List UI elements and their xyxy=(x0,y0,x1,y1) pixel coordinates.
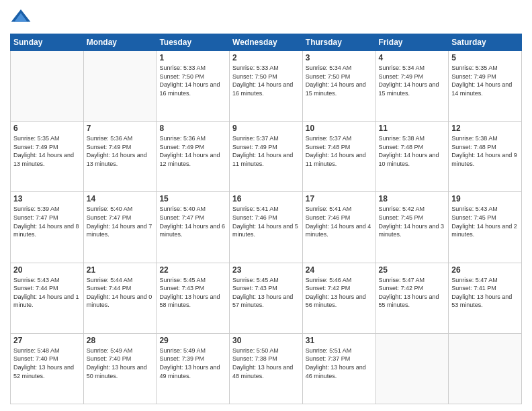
calendar-cell: 10Sunrise: 5:37 AM Sunset: 7:48 PM Dayli… xyxy=(302,122,375,192)
day-info: Sunrise: 5:44 AM Sunset: 7:44 PM Dayligh… xyxy=(87,276,154,310)
calendar-cell: 2Sunrise: 5:33 AM Sunset: 7:50 PM Daylig… xyxy=(230,51,303,122)
day-number: 17 xyxy=(306,194,373,203)
calendar-cell: 30Sunrise: 5:50 AM Sunset: 7:38 PM Dayli… xyxy=(230,333,303,404)
calendar-header-thursday: Thursday xyxy=(302,34,375,51)
day-info: Sunrise: 5:43 AM Sunset: 7:45 PM Dayligh… xyxy=(451,205,519,238)
day-info: Sunrise: 5:49 AM Sunset: 7:40 PM Dayligh… xyxy=(87,347,154,380)
calendar-cell: 13Sunrise: 5:39 AM Sunset: 7:47 PM Dayli… xyxy=(11,192,84,263)
day-info: Sunrise: 5:40 AM Sunset: 7:47 PM Dayligh… xyxy=(87,205,154,238)
day-number: 3 xyxy=(306,53,373,62)
day-info: Sunrise: 5:37 AM Sunset: 7:48 PM Dayligh… xyxy=(306,134,373,168)
day-number: 4 xyxy=(379,53,446,62)
day-number: 2 xyxy=(232,53,300,62)
day-info: Sunrise: 5:49 AM Sunset: 7:39 PM Dayligh… xyxy=(159,347,226,380)
calendar-week-4: 20Sunrise: 5:43 AM Sunset: 7:44 PM Dayli… xyxy=(11,263,522,333)
day-number: 11 xyxy=(379,124,446,133)
calendar-cell xyxy=(375,333,449,404)
calendar-cell: 25Sunrise: 5:47 AM Sunset: 7:42 PM Dayli… xyxy=(375,263,449,333)
day-number: 25 xyxy=(379,265,446,275)
calendar-header-row: SundayMondayTuesdayWednesdayThursdayFrid… xyxy=(11,34,522,51)
page: SundayMondayTuesdayWednesdayThursdayFrid… xyxy=(0,0,532,411)
day-info: Sunrise: 5:47 AM Sunset: 7:42 PM Dayligh… xyxy=(379,276,446,310)
calendar-cell: 1Sunrise: 5:33 AM Sunset: 7:50 PM Daylig… xyxy=(157,51,230,122)
day-number: 19 xyxy=(451,194,519,203)
calendar-header-saturday: Saturday xyxy=(449,34,522,51)
calendar-header-monday: Monday xyxy=(83,34,157,51)
day-info: Sunrise: 5:48 AM Sunset: 7:40 PM Dayligh… xyxy=(13,347,81,380)
day-number: 1 xyxy=(159,53,226,62)
calendar-cell: 14Sunrise: 5:40 AM Sunset: 7:47 PM Dayli… xyxy=(83,192,157,263)
day-info: Sunrise: 5:33 AM Sunset: 7:50 PM Dayligh… xyxy=(232,64,300,97)
day-number: 22 xyxy=(159,265,226,275)
calendar-cell: 20Sunrise: 5:43 AM Sunset: 7:44 PM Dayli… xyxy=(11,263,84,333)
day-info: Sunrise: 5:34 AM Sunset: 7:49 PM Dayligh… xyxy=(379,64,446,97)
calendar-header-tuesday: Tuesday xyxy=(157,34,230,51)
calendar-cell xyxy=(83,51,157,122)
calendar-cell: 11Sunrise: 5:38 AM Sunset: 7:48 PM Dayli… xyxy=(375,122,449,192)
day-number: 23 xyxy=(232,265,300,275)
day-info: Sunrise: 5:36 AM Sunset: 7:49 PM Dayligh… xyxy=(87,134,154,168)
day-number: 20 xyxy=(13,265,81,275)
day-number: 10 xyxy=(306,124,373,133)
day-info: Sunrise: 5:45 AM Sunset: 7:43 PM Dayligh… xyxy=(159,276,226,310)
day-info: Sunrise: 5:41 AM Sunset: 7:46 PM Dayligh… xyxy=(306,205,373,238)
day-number: 16 xyxy=(232,194,300,203)
calendar-cell: 16Sunrise: 5:41 AM Sunset: 7:46 PM Dayli… xyxy=(230,192,303,263)
calendar-cell: 23Sunrise: 5:45 AM Sunset: 7:43 PM Dayli… xyxy=(230,263,303,333)
day-number: 15 xyxy=(159,194,226,203)
day-info: Sunrise: 5:35 AM Sunset: 7:49 PM Dayligh… xyxy=(13,134,81,168)
calendar-cell: 21Sunrise: 5:44 AM Sunset: 7:44 PM Dayli… xyxy=(83,263,157,333)
day-number: 21 xyxy=(87,265,154,275)
day-info: Sunrise: 5:38 AM Sunset: 7:48 PM Dayligh… xyxy=(379,134,446,168)
calendar-cell: 6Sunrise: 5:35 AM Sunset: 7:49 PM Daylig… xyxy=(11,122,84,192)
day-number: 6 xyxy=(13,124,81,133)
calendar-cell: 15Sunrise: 5:40 AM Sunset: 7:47 PM Dayli… xyxy=(157,192,230,263)
day-info: Sunrise: 5:41 AM Sunset: 7:46 PM Dayligh… xyxy=(232,205,300,238)
calendar-cell: 12Sunrise: 5:38 AM Sunset: 7:48 PM Dayli… xyxy=(449,122,522,192)
day-number: 5 xyxy=(451,53,519,62)
day-info: Sunrise: 5:50 AM Sunset: 7:38 PM Dayligh… xyxy=(232,347,300,380)
day-info: Sunrise: 5:51 AM Sunset: 7:37 PM Dayligh… xyxy=(306,347,373,380)
calendar-header-sunday: Sunday xyxy=(11,34,84,51)
calendar-cell: 26Sunrise: 5:47 AM Sunset: 7:41 PM Dayli… xyxy=(449,263,522,333)
day-info: Sunrise: 5:36 AM Sunset: 7:49 PM Dayligh… xyxy=(159,134,226,168)
day-number: 30 xyxy=(232,336,300,345)
day-number: 7 xyxy=(87,124,154,133)
calendar-cell: 31Sunrise: 5:51 AM Sunset: 7:37 PM Dayli… xyxy=(302,333,375,404)
calendar-cell xyxy=(449,333,522,404)
logo-icon xyxy=(10,7,32,28)
calendar-header-friday: Friday xyxy=(375,34,449,51)
day-number: 26 xyxy=(451,265,519,275)
calendar-table: SundayMondayTuesdayWednesdayThursdayFrid… xyxy=(10,34,522,404)
calendar-week-2: 6Sunrise: 5:35 AM Sunset: 7:49 PM Daylig… xyxy=(11,122,522,192)
calendar-cell: 22Sunrise: 5:45 AM Sunset: 7:43 PM Dayli… xyxy=(157,263,230,333)
calendar-cell: 28Sunrise: 5:49 AM Sunset: 7:40 PM Dayli… xyxy=(83,333,157,404)
day-number: 14 xyxy=(87,194,154,203)
calendar-week-1: 1Sunrise: 5:33 AM Sunset: 7:50 PM Daylig… xyxy=(11,51,522,122)
day-info: Sunrise: 5:33 AM Sunset: 7:50 PM Dayligh… xyxy=(159,64,226,97)
calendar-header-wednesday: Wednesday xyxy=(230,34,303,51)
day-info: Sunrise: 5:47 AM Sunset: 7:41 PM Dayligh… xyxy=(451,276,519,310)
calendar-week-5: 27Sunrise: 5:48 AM Sunset: 7:40 PM Dayli… xyxy=(11,333,522,404)
day-info: Sunrise: 5:35 AM Sunset: 7:49 PM Dayligh… xyxy=(451,64,519,97)
day-info: Sunrise: 5:46 AM Sunset: 7:42 PM Dayligh… xyxy=(306,276,373,310)
calendar-cell: 24Sunrise: 5:46 AM Sunset: 7:42 PM Dayli… xyxy=(302,263,375,333)
day-number: 9 xyxy=(232,124,300,133)
day-info: Sunrise: 5:45 AM Sunset: 7:43 PM Dayligh… xyxy=(232,276,300,310)
day-info: Sunrise: 5:43 AM Sunset: 7:44 PM Dayligh… xyxy=(13,276,81,310)
day-info: Sunrise: 5:39 AM Sunset: 7:47 PM Dayligh… xyxy=(13,205,81,238)
day-number: 18 xyxy=(379,194,446,203)
calendar-cell: 4Sunrise: 5:34 AM Sunset: 7:49 PM Daylig… xyxy=(375,51,449,122)
day-number: 8 xyxy=(159,124,226,133)
day-number: 29 xyxy=(159,336,226,345)
calendar-cell: 18Sunrise: 5:42 AM Sunset: 7:45 PM Dayli… xyxy=(375,192,449,263)
day-info: Sunrise: 5:37 AM Sunset: 7:49 PM Dayligh… xyxy=(232,134,300,168)
header xyxy=(10,7,522,28)
day-number: 28 xyxy=(87,336,154,345)
calendar-cell: 9Sunrise: 5:37 AM Sunset: 7:49 PM Daylig… xyxy=(230,122,303,192)
day-number: 27 xyxy=(13,336,81,345)
day-info: Sunrise: 5:34 AM Sunset: 7:50 PM Dayligh… xyxy=(306,64,373,97)
day-info: Sunrise: 5:38 AM Sunset: 7:48 PM Dayligh… xyxy=(451,134,519,168)
calendar-cell: 27Sunrise: 5:48 AM Sunset: 7:40 PM Dayli… xyxy=(11,333,84,404)
day-number: 12 xyxy=(451,124,519,133)
